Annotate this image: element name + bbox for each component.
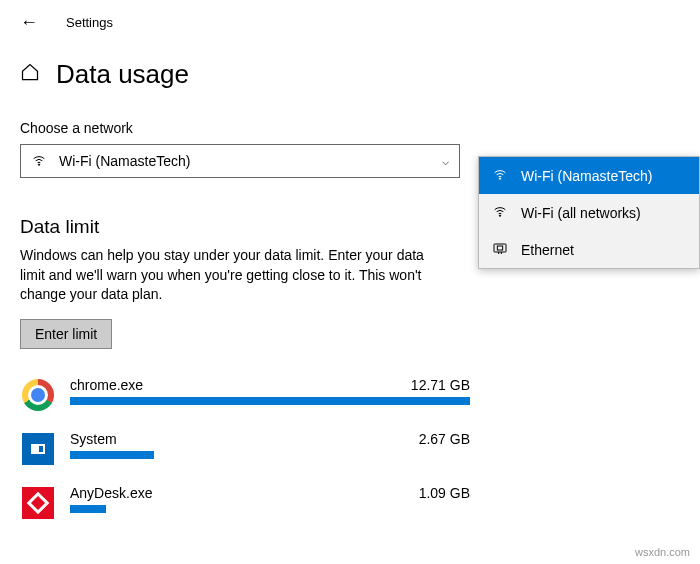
app-row: System2.67 GB [20, 431, 450, 467]
watermark: wsxdn.com [635, 546, 690, 558]
network-dropdown-popup: Wi-Fi (NamasteTech)Wi-Fi (all networks)E… [478, 156, 700, 269]
wifi-icon [491, 203, 509, 222]
svg-rect-4 [497, 246, 502, 250]
ethernet-icon [491, 240, 509, 259]
page-title: Data usage [56, 59, 189, 90]
chrome-icon [20, 377, 56, 413]
app-name: AnyDesk.exe [70, 485, 152, 501]
settings-breadcrumb: Settings [66, 15, 113, 30]
svg-point-2 [499, 215, 500, 216]
svg-point-0 [38, 164, 39, 165]
usage-bar [70, 451, 470, 459]
enter-limit-button[interactable]: Enter limit [20, 319, 112, 349]
usage-bar [70, 505, 470, 513]
choose-network-label: Choose a network [20, 120, 450, 136]
app-name: System [70, 431, 117, 447]
system-icon [20, 431, 56, 467]
dropdown-item-1[interactable]: Wi-Fi (all networks) [479, 194, 699, 231]
app-row: AnyDesk.exe1.09 GB [20, 485, 450, 521]
anydesk-icon [20, 485, 56, 521]
network-dropdown[interactable]: Wi-Fi (NamasteTech) ⌵ [20, 144, 460, 178]
app-name: chrome.exe [70, 377, 143, 393]
dropdown-item-label: Ethernet [521, 242, 574, 258]
dropdown-item-label: Wi-Fi (all networks) [521, 205, 641, 221]
dropdown-item-0[interactable]: Wi-Fi (NamasteTech) [479, 157, 699, 194]
chevron-down-icon: ⌵ [442, 154, 449, 168]
app-usage: 2.67 GB [419, 431, 470, 447]
dropdown-item-label: Wi-Fi (NamasteTech) [521, 168, 652, 184]
data-limit-desc: Windows can help you stay under your dat… [20, 246, 450, 305]
svg-rect-3 [494, 244, 506, 252]
network-dropdown-value: Wi-Fi (NamasteTech) [59, 153, 190, 169]
usage-bar [70, 397, 470, 405]
app-row: chrome.exe12.71 GB [20, 377, 450, 413]
wifi-icon [491, 166, 509, 185]
wifi-icon [31, 152, 47, 171]
back-button[interactable]: ← [20, 12, 38, 33]
home-icon[interactable] [20, 62, 40, 87]
app-usage: 12.71 GB [411, 377, 470, 393]
app-usage: 1.09 GB [419, 485, 470, 501]
dropdown-item-2[interactable]: Ethernet [479, 231, 699, 268]
svg-point-1 [499, 178, 500, 179]
data-limit-title: Data limit [20, 216, 450, 238]
